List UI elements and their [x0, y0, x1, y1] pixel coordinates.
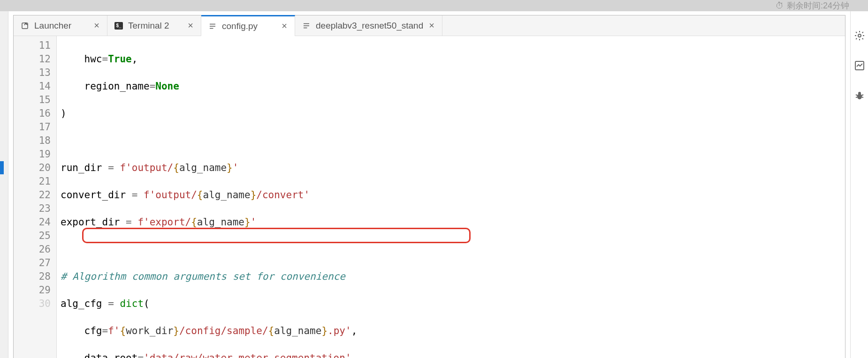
line-number: 15 — [14, 93, 51, 107]
tab-label: deeplabv3_resnet50_stand — [316, 21, 423, 31]
left-sidebar-gutter — [0, 11, 8, 358]
svg-point-10 — [858, 92, 861, 95]
line-number: 14 — [14, 80, 51, 93]
tab-config-py[interactable]: config.py × — [201, 15, 295, 36]
code-content[interactable]: hwc=True, region_name=None ) run_dir = f… — [57, 36, 845, 358]
code-line: ) — [61, 107, 845, 120]
file-icon — [208, 22, 217, 31]
clock-icon: ⏱ — [776, 1, 784, 11]
line-number: 28 — [14, 270, 51, 283]
tab-terminal[interactable]: $_ Terminal 2 × — [107, 15, 201, 36]
app-container: Launcher × $_ Terminal 2 × config.py × — [0, 11, 850, 358]
code-line — [61, 134, 845, 148]
line-number-gutter: 11 12 13 14 15 16 17 18 19 20 21 22 23 2… — [14, 36, 57, 358]
line-number: 24 — [14, 216, 51, 229]
code-line: run_dir = f'output/{alg_name}' — [61, 161, 845, 175]
code-line: alg_cfg = dict( — [61, 297, 845, 311]
launcher-icon — [20, 21, 30, 30]
line-number: 13 — [14, 66, 51, 80]
terminal-icon: $_ — [114, 21, 123, 30]
line-number: 26 — [14, 243, 51, 256]
close-icon[interactable]: × — [187, 20, 194, 31]
code-line: cfg=f'{work_dir}/config/sample/{alg_name… — [61, 324, 845, 338]
svg-line-12 — [861, 95, 863, 96]
gear-icon[interactable] — [854, 30, 865, 41]
banner-text: 剩余时间:24分钟 — [787, 0, 849, 11]
line-number: 17 — [14, 120, 51, 134]
right-toolbar — [850, 11, 868, 358]
line-number: 12 — [14, 52, 51, 66]
code-line — [61, 243, 845, 256]
tab-deeplab-file[interactable]: deeplabv3_resnet50_stand × — [295, 15, 442, 36]
close-icon[interactable]: × — [281, 21, 288, 31]
tab-launcher[interactable]: Launcher × — [14, 15, 107, 36]
svg-point-7 — [858, 34, 861, 37]
code-line: convert_dir = f'output/{alg_name}/conver… — [61, 188, 845, 202]
line-number: 21 — [14, 175, 51, 188]
line-number: 27 — [14, 256, 51, 270]
svg-line-14 — [861, 97, 863, 97]
line-number: 25 — [14, 229, 51, 243]
tab-bar: Launcher × $_ Terminal 2 × config.py × — [14, 15, 845, 36]
tab-label: Terminal 2 — [128, 21, 182, 31]
svg-line-13 — [856, 97, 858, 97]
line-number: 18 — [14, 134, 51, 148]
line-number: 19 — [14, 148, 51, 161]
line-number: 16 — [14, 107, 51, 120]
close-icon[interactable]: × — [428, 20, 435, 31]
line-number: 29 — [14, 283, 51, 297]
code-line: hwc=True, — [61, 52, 845, 66]
main-panel: Launcher × $_ Terminal 2 × config.py × — [13, 15, 845, 358]
sidebar-active-marker — [0, 161, 4, 174]
code-line: export_dir = f'export/{alg_name}' — [61, 216, 845, 229]
line-number: 11 — [14, 39, 51, 52]
code-line: # Algorithm common arguments set for con… — [61, 270, 845, 283]
tab-label: config.py — [222, 21, 276, 31]
code-line: data_root='data/raw/water_meter_segmenta… — [61, 351, 845, 358]
line-number: 20 — [14, 161, 51, 175]
chart-icon[interactable] — [854, 60, 865, 71]
line-number: 23 — [14, 202, 51, 216]
highlight-annotation — [82, 228, 471, 243]
svg-line-11 — [856, 95, 858, 96]
file-icon — [302, 21, 311, 30]
tab-label: Launcher — [34, 21, 88, 31]
bug-icon[interactable] — [854, 90, 865, 101]
close-icon[interactable]: × — [93, 20, 100, 31]
code-editor[interactable]: 11 12 13 14 15 16 17 18 19 20 21 22 23 2… — [14, 36, 845, 358]
line-number: 22 — [14, 188, 51, 202]
top-banner: ⏱ 剩余时间:24分钟 — [776, 0, 849, 11]
code-line: region_name=None — [61, 80, 845, 93]
line-number: 30 — [14, 297, 51, 311]
